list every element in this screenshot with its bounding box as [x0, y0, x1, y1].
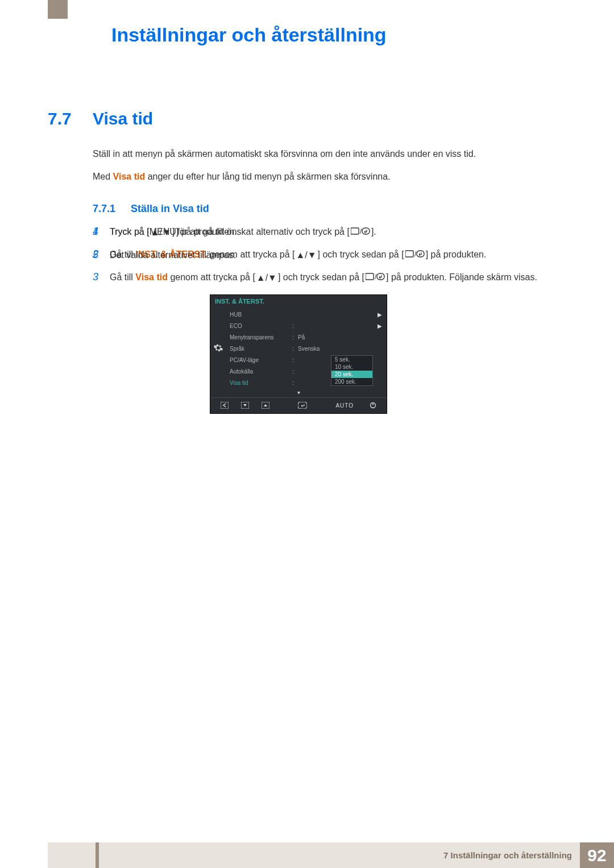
osd-row-label: Menytransparens [230, 334, 292, 340]
dropdown-option: 10 sek. [331, 363, 372, 371]
colon: : [292, 345, 298, 352]
text: Gå till [110, 272, 135, 282]
text: ] för att gå till önskat alternativ och … [172, 227, 350, 236]
text: anger du efter hur lång tid menyn på skä… [145, 172, 390, 181]
osd-row-value: Svenska [298, 346, 320, 352]
colon: : [292, 322, 298, 329]
intro-paragraph-2: Med Visa tid anger du efter hur lång tid… [93, 170, 391, 184]
osd-row-value: På [298, 334, 305, 340]
svg-rect-5 [377, 273, 384, 280]
text: genom att trycka på [ [168, 272, 255, 282]
osd-dropdown: 5 sek.10 sek.20 sek.200 sek. [331, 355, 373, 386]
colon: : [292, 334, 298, 340]
down-icon [241, 402, 249, 410]
visa-tid-emphasis: Visa tid [135, 272, 168, 282]
subsection-title: Ställa in Visa tid [131, 203, 209, 215]
instruction-list-cont: Tryck på [▲/▼] för att gå till önskat al… [93, 225, 559, 270]
osd-screenshot: INST. & ÅTERST. HUB▶ECO:▶Menytransparens… [210, 295, 387, 413]
colon: : [292, 379, 298, 386]
visa-tid-emphasis: Visa tid [113, 172, 146, 181]
scroll-down-icon: ▾ [210, 389, 387, 397]
up-down-icon: ▲/▼ [256, 271, 277, 285]
step-3: Gå till Visa tid genom att trycka på [▲/… [93, 270, 559, 285]
page-footer: 7 Inställningar och återställning 92 [48, 842, 614, 868]
osd-sidebar [210, 308, 226, 389]
back-icon [221, 402, 229, 410]
svg-rect-9 [298, 402, 307, 409]
text: ] och tryck sedan på [ [278, 272, 364, 282]
enter-icon [298, 402, 307, 410]
osd-header: INST. & ÅTERST. [210, 295, 387, 308]
svg-rect-3 [366, 273, 374, 280]
auto-label: AUTO [335, 402, 354, 409]
dropdown-option: 200 sek. [331, 378, 372, 385]
osd-row: Språk:Svenska [226, 343, 387, 354]
svg-rect-12 [351, 228, 359, 234]
page-number: 92 [580, 842, 614, 868]
osd-footer-icons: AUTO [210, 397, 387, 413]
osd-row-label: Språk [230, 346, 292, 352]
text: Med [93, 172, 113, 181]
text: ] på produkten. Följande skärm visas. [386, 272, 537, 282]
up-down-icon: ▲/▼ [151, 225, 171, 240]
chevron-right-icon: ▶ [377, 323, 382, 329]
svg-rect-6 [221, 402, 229, 409]
osd-row: ECO:▶ [226, 320, 387, 331]
step-4: Tryck på [▲/▼] för att gå till önskat al… [93, 225, 559, 240]
osd-row: Menytransparens:På [226, 331, 387, 343]
rect-enter-icon: / [351, 225, 370, 240]
header-accent [48, 0, 68, 19]
osd-row-label: Autokälla [230, 368, 292, 375]
colon: : [292, 356, 298, 363]
intro-paragraph-1: Ställ in att menyn på skärmen automatisk… [93, 147, 476, 161]
section-number: 7.7 [48, 109, 72, 128]
dropdown-option: 20 sek. [331, 371, 372, 378]
chevron-right-icon: ▶ [377, 312, 382, 318]
step-5: Det valda alternativet tillämpas. [93, 248, 559, 263]
osd-row-label: Visa tid [230, 380, 292, 386]
chapter-title: Inställningar och återställning [111, 24, 387, 46]
power-icon [370, 402, 376, 410]
gear-icon [213, 343, 223, 354]
text: Tryck på [ [110, 227, 150, 236]
osd-row-label: PC/AV-läge [230, 357, 292, 363]
subsection-number: 7.7.1 [93, 203, 115, 215]
osd-row-label: ECO [230, 323, 292, 329]
footer-accent [96, 842, 99, 868]
footer-chapter-label: 7 Inställningar och återställning [48, 842, 580, 868]
dropdown-option: 5 sek. [331, 356, 372, 363]
osd-row: HUB▶ [226, 309, 387, 320]
colon: : [292, 368, 298, 375]
rect-enter-icon: / [366, 271, 385, 285]
up-icon [262, 402, 269, 410]
text: ]. [371, 227, 376, 236]
svg-rect-14 [362, 228, 370, 234]
text: Det valda alternativet tillämpas. [110, 250, 236, 260]
section-title: Visa tid [93, 109, 153, 128]
osd-row-label: HUB [230, 312, 292, 318]
